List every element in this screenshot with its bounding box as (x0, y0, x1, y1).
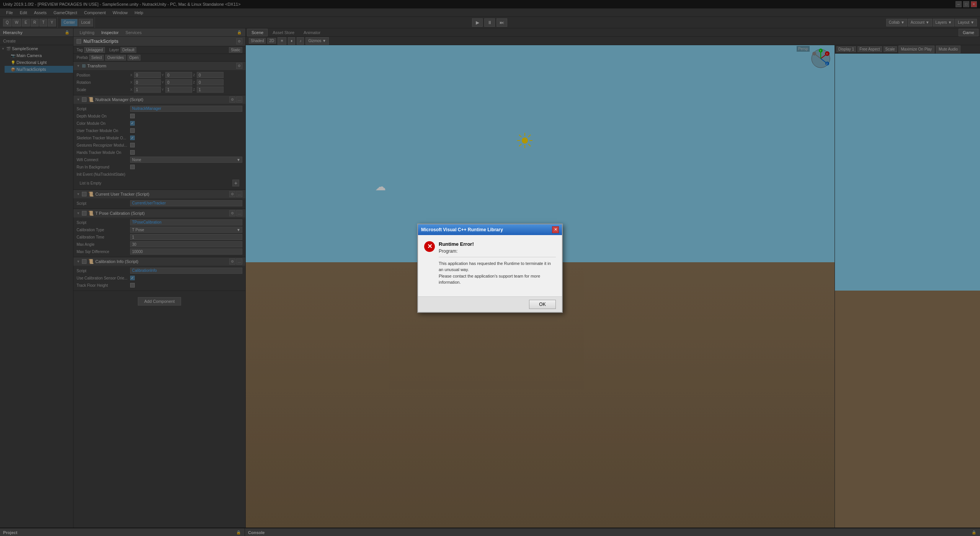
error-line4: information. (439, 280, 461, 284)
modal-overlay: Microsoft Visual C++ Runtime Library ✕ ✕… (0, 0, 980, 536)
error-line2: an unusual way. (439, 267, 469, 272)
error-line1: This application has requested the Runti… (439, 261, 551, 266)
modal-dialog: Microsoft Visual C++ Runtime Library ✕ ✕… (417, 224, 563, 313)
modal-titlebar: Microsoft Visual C++ Runtime Library ✕ (418, 224, 562, 235)
modal-footer: OK (418, 296, 562, 312)
error-program: Program: (439, 248, 556, 254)
error-message: This application has requested the Runti… (439, 257, 556, 286)
error-icon: ✕ (424, 241, 435, 252)
modal-close-btn[interactable]: ✕ (552, 226, 559, 233)
error-title: Runtime Error! (439, 241, 556, 247)
error-content: Runtime Error! Program: This application… (439, 241, 556, 286)
modal-title: Microsoft Visual C++ Runtime Library (421, 227, 503, 232)
modal-error-row: ✕ Runtime Error! Program: This applicati… (424, 241, 556, 286)
modal-ok-button[interactable]: OK (529, 300, 556, 309)
modal-body: ✕ Runtime Error! Program: This applicati… (418, 235, 562, 296)
error-line3: Please contact the application's support… (439, 274, 540, 278)
